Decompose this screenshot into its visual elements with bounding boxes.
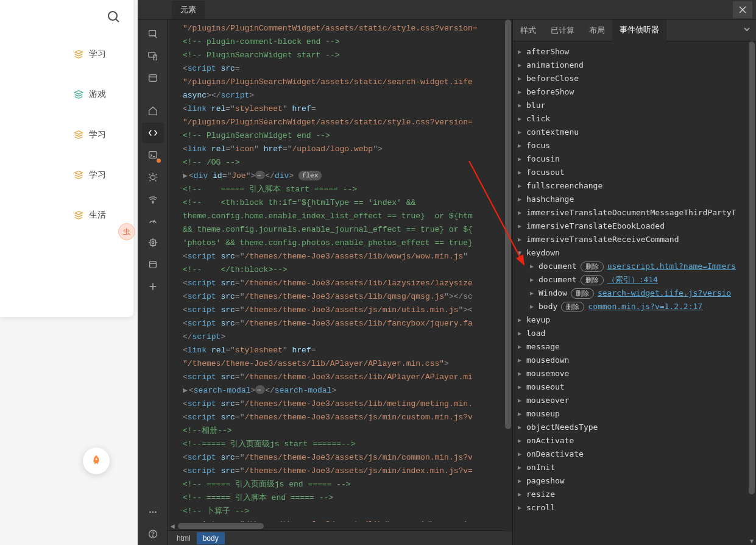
rocket-fab[interactable] <box>83 447 110 474</box>
dom-line[interactable]: <!-- PluginSearchWidget end --> <box>183 129 512 143</box>
event-row[interactable]: ▶objectNeedsType <box>518 421 756 434</box>
event-row[interactable]: ▶immersiveTranslateEbookLoaded <box>518 219 756 233</box>
dom-line[interactable]: <script src="/themes/theme-Joe3/assets/j… <box>183 465 512 478</box>
dom-line[interactable]: 'photos' && theme.config.photos.enable_p… <box>183 237 512 250</box>
dom-line[interactable]: ▶<div id="Joe"></div> flex <box>183 169 512 183</box>
dom-line[interactable]: <script src="/themes/theme-Joe3/assets/j… <box>183 451 512 465</box>
event-row[interactable]: ▶resize <box>518 488 756 501</box>
dom-line[interactable]: ▶<search-modal></search-modal> <box>183 384 512 397</box>
dom-line[interactable]: <script src="/themes/theme-Joe3/assets/j… <box>183 411 512 424</box>
dom-tree[interactable]: "/plugins/PluginCommentWidget/assets/sta… <box>168 20 512 522</box>
right-tab[interactable]: 布局 <box>582 20 612 41</box>
elements-icon[interactable] <box>142 123 164 143</box>
event-handler-row[interactable]: ▶document删除（索引）:414 <box>518 273 756 287</box>
dom-scrollbar-horizontal[interactable]: ◀▶ <box>168 522 512 530</box>
dom-line[interactable]: "/themes/theme-Joe3/assets/lib/APlayer/A… <box>183 357 512 371</box>
dom-line[interactable]: theme.config.home.enable_index_list_effe… <box>183 210 512 223</box>
event-row[interactable]: ▶scroll <box>518 501 756 515</box>
event-row[interactable]: ▶contextmenu <box>518 126 756 139</box>
event-handler-row[interactable]: ▶Window删除search-widget.iife.js?versio <box>518 287 756 300</box>
console-icon[interactable] <box>142 144 164 165</box>
dom-line[interactable]: async></script> <box>183 89 512 102</box>
event-row[interactable]: ▶focusin <box>518 152 756 166</box>
tab-elements[interactable]: 元素 <box>172 1 205 19</box>
event-row[interactable]: ▶keyup <box>518 313 756 327</box>
right-tab[interactable]: 事件侦听器 <box>612 20 666 41</box>
event-row[interactable]: ▶message <box>518 340 756 354</box>
nav-item[interactable]: 生活 <box>0 195 133 235</box>
dom-line[interactable]: <script src="/themes/theme-Joe3/assets/l… <box>183 250 512 263</box>
event-row[interactable]: ▶immersiveTranslateReceiveCommand <box>518 233 756 246</box>
event-handler-row[interactable]: ▶body删除common.min.js?v=1.2.2:17 <box>518 300 756 313</box>
event-row[interactable]: ▶animationend <box>518 59 756 72</box>
event-row[interactable]: ▶immersiveTranslateDocumentMessageThirdP… <box>518 206 756 219</box>
more-icon[interactable] <box>142 502 164 522</box>
window-icon[interactable] <box>142 68 164 88</box>
dom-line[interactable]: <link rel="stylesheet" href= <box>183 102 512 116</box>
nav-item[interactable]: 学习 <box>0 115 133 155</box>
nav-item[interactable]: 游戏 <box>0 74 133 115</box>
event-handler-row[interactable]: ▶document删除userscript.html?name=Immers <box>518 260 756 273</box>
dom-line[interactable]: <script src="/themes/theme-Joe3/assets/l… <box>183 518 512 522</box>
source-link[interactable]: userscript.html?name=Immers <box>607 260 736 273</box>
dom-line[interactable]: <!-- <th:block th:if="${htmlType == 'ind… <box>183 196 512 210</box>
device-icon[interactable] <box>142 46 164 66</box>
application-icon[interactable] <box>142 254 164 275</box>
dom-line[interactable]: <script src="/themes/theme-Joe3/assets/l… <box>183 290 512 304</box>
delete-button[interactable]: 删除 <box>561 302 584 312</box>
event-row[interactable]: ▼keydown <box>518 246 756 260</box>
inspect-icon[interactable] <box>142 24 164 45</box>
dom-line[interactable]: <!-- ===== 引入页面级js end ===== --> <box>183 478 512 491</box>
delete-button[interactable]: 删除 <box>581 262 604 272</box>
dom-line[interactable]: "/plugins/PluginSearchWidget/assets/stat… <box>183 76 512 89</box>
dom-line[interactable]: <script src="/themes/theme-Joe3/assets/l… <box>183 397 512 411</box>
dom-line[interactable]: <script src="/themes/theme-Joe3/assets/j… <box>183 304 512 317</box>
event-row[interactable]: ▶blur <box>518 99 756 112</box>
nav-item[interactable]: 学习 <box>0 34 133 74</box>
dom-line[interactable]: <script src="/themes/theme-Joe3/assets/l… <box>183 371 512 384</box>
source-link[interactable]: （索引）:414 <box>607 273 658 287</box>
dom-line[interactable]: <!-- </th:block>--> <box>183 263 512 277</box>
chevron-down-icon[interactable] <box>738 25 756 35</box>
dom-scrollbar-vertical[interactable] <box>504 20 512 532</box>
breadcrumb-body[interactable]: body <box>197 532 225 544</box>
event-row[interactable]: ▶onDeactivate <box>518 447 756 461</box>
debug-icon[interactable] <box>142 166 164 187</box>
right-tab[interactable]: 已计算 <box>543 20 582 41</box>
dom-line[interactable]: "/plugins/PluginCommentWidget/assets/sta… <box>183 22 512 35</box>
event-row[interactable]: ▶mouseout <box>518 380 756 394</box>
event-row[interactable]: ▶mousedown <box>518 354 756 367</box>
nav-item[interactable]: 学习 <box>0 155 133 195</box>
dom-line[interactable]: <!-- plugin-comment-block end --> <box>183 35 512 49</box>
dom-line[interactable]: "/plugins/PluginSearchWidget/assets/stat… <box>183 116 512 129</box>
dom-line[interactable]: <!--===== 引入页面级js start ======--> <box>183 438 512 451</box>
dom-line[interactable]: <script src="/themes/theme-Joe3/assets/l… <box>183 277 512 290</box>
event-row[interactable]: ▶onInit <box>518 461 756 474</box>
memory-icon[interactable] <box>142 232 164 253</box>
event-row[interactable]: ▶onActivate <box>518 434 756 447</box>
dom-line[interactable]: <link rel="icon" href="/upload/logo.webp… <box>183 143 512 156</box>
source-link[interactable]: common.min.js?v=1.2.2:17 <box>588 300 702 313</box>
source-link[interactable]: search-widget.iife.js?versio <box>598 287 731 300</box>
event-row[interactable]: ▶pageshow <box>518 474 756 488</box>
dom-line[interactable]: <!-- ===== 引入脚本 end ===== --> <box>183 491 512 505</box>
event-row[interactable]: ▶beforeShow <box>518 85 756 99</box>
dom-line[interactable]: </script> <box>183 330 512 344</box>
event-row[interactable]: ▶mouseover <box>518 394 756 407</box>
dom-line[interactable]: <script src= <box>183 62 512 76</box>
event-row[interactable]: ▶focusout <box>518 166 756 179</box>
close-button[interactable] <box>733 1 752 18</box>
dom-line[interactable]: <!-- ===== 引入脚本 start ===== --> <box>183 183 512 196</box>
dom-line[interactable]: && theme.config.journals.enable_journal_… <box>183 223 512 237</box>
event-row[interactable]: ▶beforeClose <box>518 72 756 85</box>
event-row[interactable]: ▶click <box>518 112 756 126</box>
event-row[interactable]: ▶fullscreenchange <box>518 179 756 193</box>
delete-button[interactable]: 删除 <box>571 288 594 299</box>
event-row[interactable]: ▶mousemove <box>518 367 756 380</box>
right-tab[interactable]: 样式 <box>513 20 543 41</box>
event-row[interactable]: ▶afterShow <box>518 45 756 59</box>
search-bar[interactable] <box>0 0 133 34</box>
add-icon[interactable] <box>142 276 164 297</box>
event-row[interactable]: ▶mouseup <box>518 407 756 421</box>
help-icon[interactable] <box>142 524 164 544</box>
